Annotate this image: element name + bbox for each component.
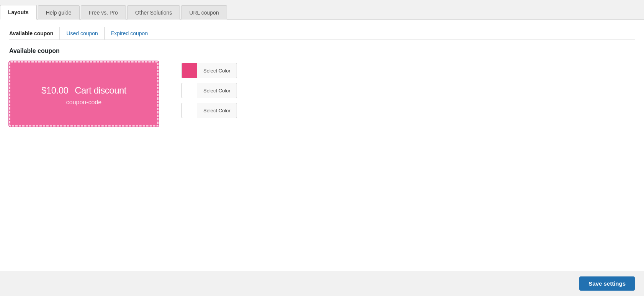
save-settings-button[interactable]: Save settings [579, 276, 635, 291]
coupon-code: coupon-code [66, 99, 102, 106]
color-swatch-1[interactable] [181, 63, 197, 78]
coupon-amount: $10.00 Cart discount [41, 82, 126, 97]
color-selectors: Select Color Select Color Select Color [181, 63, 237, 118]
color-selector-row-3: Select Color [181, 103, 237, 118]
coupon-description: Cart discount [75, 85, 126, 95]
coupon-preview: $10.00 Cart discount coupon-code [9, 61, 159, 127]
select-color-button-1[interactable]: Select Color [197, 63, 237, 78]
sub-tabs: Available coupon Used coupon Expired cou… [9, 27, 635, 40]
tab-help-guide[interactable]: Help guide [38, 5, 80, 20]
tab-free-vs-pro[interactable]: Free vs. Pro [81, 5, 126, 20]
select-color-button-3[interactable]: Select Color [197, 103, 237, 118]
select-color-button-2[interactable]: Select Color [197, 83, 237, 98]
color-swatch-3[interactable] [181, 103, 197, 118]
tab-layouts[interactable]: Layouts [0, 5, 37, 20]
content-area: Available coupon Used coupon Expired cou… [0, 20, 644, 271]
page-wrapper: Layouts Help guide Free vs. Pro Other So… [0, 0, 644, 296]
sub-tab-expired[interactable]: Expired coupon [104, 27, 154, 39]
footer-bar: Save settings [0, 271, 644, 296]
color-selector-row-2: Select Color [181, 83, 237, 98]
sub-tab-used[interactable]: Used coupon [60, 27, 104, 39]
section-title: Available coupon [9, 48, 635, 54]
color-selector-row-1: Select Color [181, 63, 237, 78]
tab-other-solutions[interactable]: Other Solutions [127, 5, 180, 20]
layout-row: $10.00 Cart discount coupon-code Select … [9, 61, 635, 127]
color-swatch-2[interactable] [181, 83, 197, 98]
sub-tab-available[interactable]: Available coupon [9, 27, 60, 39]
tab-url-coupon[interactable]: URL coupon [181, 5, 227, 20]
tabs-bar: Layouts Help guide Free vs. Pro Other So… [0, 0, 644, 20]
